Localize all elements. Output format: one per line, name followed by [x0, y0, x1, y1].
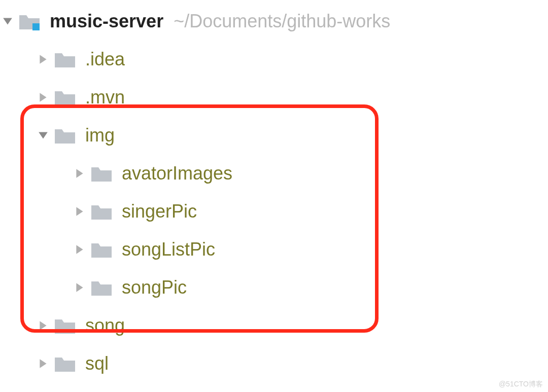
tree-row-idea[interactable]: .idea: [0, 40, 548, 78]
root-name: music-server: [50, 11, 163, 32]
chevron-down-icon[interactable]: [36, 130, 51, 141]
svg-rect-1: [32, 23, 40, 30]
node-label: sql: [85, 353, 109, 374]
svg-marker-8: [76, 283, 83, 292]
folder-icon: [54, 316, 76, 335]
chevron-down-icon[interactable]: [0, 16, 15, 27]
chevron-right-icon[interactable]: [72, 282, 87, 293]
svg-marker-3: [40, 93, 46, 102]
chevron-right-icon[interactable]: [72, 168, 87, 179]
tree-row-avatorImages[interactable]: avatorImages: [0, 154, 548, 192]
svg-marker-2: [40, 55, 46, 64]
node-label: .mvn: [85, 87, 125, 108]
node-label: avatorImages: [122, 163, 232, 184]
tree-row-song[interactable]: song: [0, 306, 548, 344]
watermark: @51CTO博客: [499, 380, 543, 389]
tree-row-img[interactable]: img: [0, 116, 548, 154]
folder-icon: [90, 164, 113, 183]
folder-icon: [90, 240, 113, 259]
node-label: song: [85, 315, 125, 336]
tree-row-root[interactable]: music-server ~/Documents/github-works: [0, 2, 548, 40]
module-folder-icon: [18, 12, 41, 30]
tree-row-songPic[interactable]: songPic: [0, 268, 548, 306]
node-label: img: [85, 125, 115, 146]
folder-icon: [90, 278, 113, 297]
svg-marker-9: [40, 321, 46, 330]
root-path: ~/Documents/github-works: [174, 11, 390, 32]
folder-icon: [54, 88, 76, 106]
tree-row-singerPic[interactable]: singerPic: [0, 192, 548, 230]
project-tree: music-server ~/Documents/github-works .i…: [0, 0, 548, 392]
chevron-right-icon[interactable]: [36, 358, 51, 369]
chevron-right-icon[interactable]: [36, 92, 51, 103]
svg-marker-0: [3, 18, 12, 24]
svg-marker-7: [76, 245, 83, 254]
svg-marker-10: [40, 359, 46, 368]
svg-marker-4: [39, 132, 48, 138]
svg-marker-5: [76, 169, 83, 178]
tree-row-mvn[interactable]: .mvn: [0, 78, 548, 116]
tree-row-sql[interactable]: sql: [0, 344, 548, 382]
node-label: singerPic: [122, 201, 197, 222]
tree-row-songListPic[interactable]: songListPic: [0, 230, 548, 268]
node-label: songListPic: [122, 239, 215, 260]
node-label: .idea: [85, 49, 125, 70]
svg-marker-6: [76, 207, 83, 216]
chevron-right-icon[interactable]: [36, 54, 51, 65]
folder-icon: [54, 126, 76, 145]
chevron-right-icon[interactable]: [72, 206, 87, 217]
folder-icon: [54, 50, 76, 68]
node-label: songPic: [122, 277, 187, 298]
folder-icon: [54, 354, 76, 373]
chevron-right-icon[interactable]: [36, 320, 51, 331]
folder-icon: [90, 202, 113, 221]
chevron-right-icon[interactable]: [72, 244, 87, 255]
tree-row-src[interactable]: src: [0, 382, 548, 392]
